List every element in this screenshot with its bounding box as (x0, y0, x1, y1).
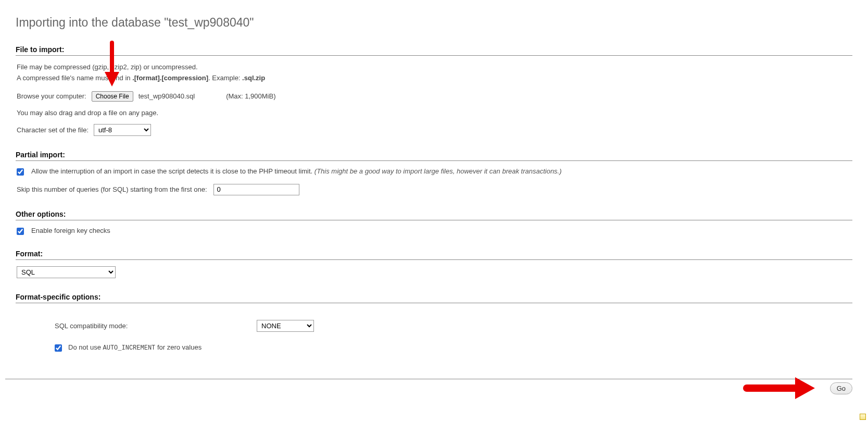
auto-increment-zero-label: Do not use AUTO_INCREMENT for zero value… (68, 343, 202, 352)
file-help-line-1: File may be compressed (gzip, bzip2, zip… (17, 62, 852, 73)
sql-compat-select[interactable]: NONE (257, 320, 314, 332)
allow-interruption-label: Allow the interruption of an import in c… (31, 167, 562, 175)
section-format-specific-heading: Format-specific options: (16, 293, 852, 303)
drag-drop-hint: You may also drag and drop a file on any… (17, 109, 852, 117)
foreign-key-checkbox[interactable] (17, 228, 24, 235)
section-file-to-import-heading: File to import: (16, 45, 852, 56)
page-title: Importing into the database "test_wp9080… (16, 16, 852, 30)
format-select[interactable]: SQL (17, 266, 116, 278)
section-format-heading: Format: (16, 250, 852, 260)
sql-compat-label: SQL compatibility mode: (55, 322, 253, 330)
skip-queries-label: Skip this number of queries (for SQL) st… (17, 185, 207, 193)
section-other-options-heading: Other options: (16, 210, 852, 220)
foreign-key-label: Enable foreign key checks (31, 227, 110, 234)
charset-select[interactable]: utf-8 (94, 124, 151, 136)
charset-label: Character set of the file: (17, 126, 89, 134)
allow-interruption-checkbox[interactable] (17, 168, 24, 176)
max-upload-size: (Max: 1,900MiB) (226, 92, 275, 100)
auto-increment-zero-checkbox[interactable] (55, 344, 62, 352)
section-partial-import-heading: Partial import: (16, 151, 852, 161)
choose-file-button[interactable]: Choose File (92, 91, 133, 102)
browse-label: Browse your computer: (17, 92, 86, 100)
file-help-line-2: A compressed file's name must end in .[f… (17, 73, 852, 84)
selected-filename: test_wp908040.sql (139, 92, 195, 100)
skip-queries-input[interactable] (213, 184, 299, 195)
go-button[interactable]: Go (830, 382, 852, 394)
annotation-arrow-right-icon (743, 375, 821, 401)
